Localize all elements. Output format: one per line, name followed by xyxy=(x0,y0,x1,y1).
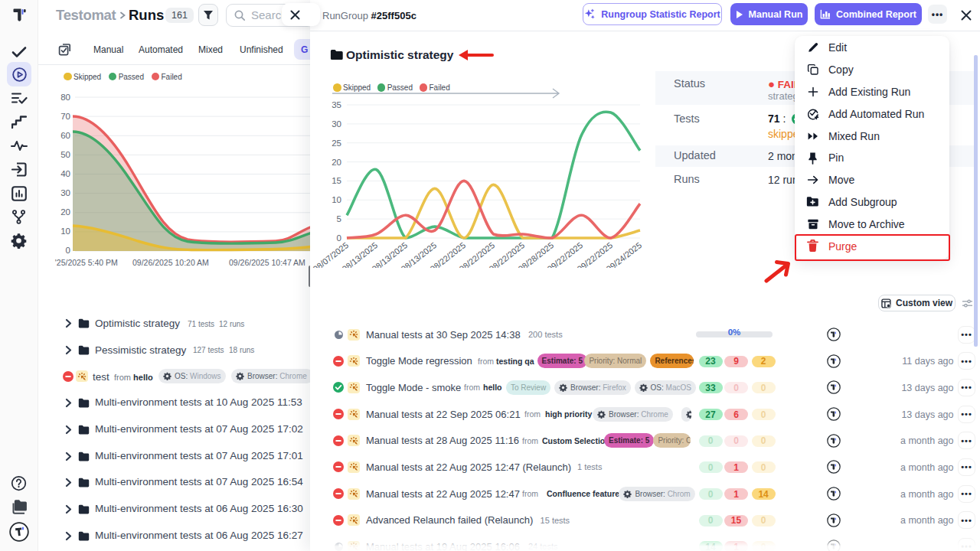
svg-text:0: 0 xyxy=(66,246,70,255)
svg-text:09/26/2025 10:20 AM: 09/26/2025 10:20 AM xyxy=(132,258,209,267)
svg-text:'25/2025 5:40 PM: '25/2025 5:40 PM xyxy=(55,258,118,267)
svg-text:80: 80 xyxy=(60,93,70,102)
svg-text:70: 70 xyxy=(60,112,70,121)
svg-text:09/26/2025 10:47 AM: 09/26/2025 10:47 AM xyxy=(229,258,305,267)
svg-text:10: 10 xyxy=(60,227,70,236)
svg-text:60: 60 xyxy=(60,131,70,140)
svg-text:50: 50 xyxy=(60,150,70,159)
svg-text:30: 30 xyxy=(60,188,70,197)
svg-text:20: 20 xyxy=(60,207,70,217)
svg-text:40: 40 xyxy=(60,169,70,178)
